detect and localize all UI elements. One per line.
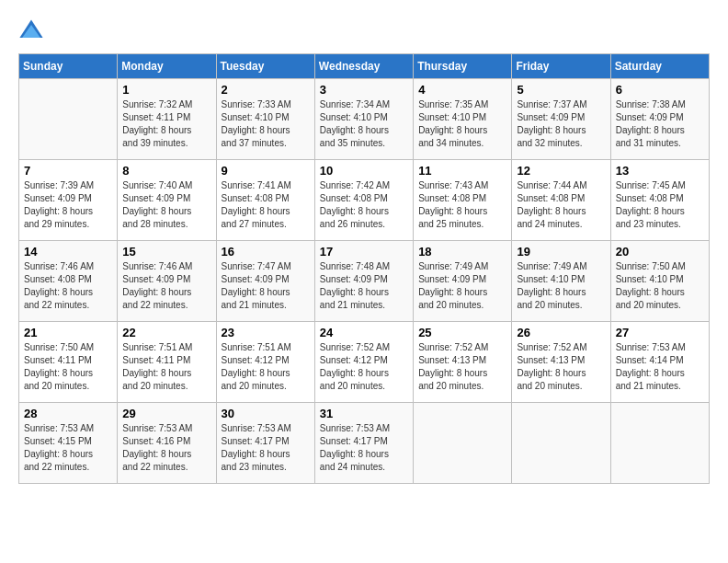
day-number: 12 (517, 164, 605, 178)
day-number: 28 (24, 407, 112, 420)
calendar-cell (610, 403, 709, 484)
calendar-cell: 18Sunrise: 7:49 AMSunset: 4:09 PMDayligh… (414, 241, 512, 322)
day-info: Sunrise: 7:53 AMSunset: 4:16 PMDaylight:… (122, 422, 210, 474)
calendar-week-3: 14Sunrise: 7:46 AMSunset: 4:08 PMDayligh… (19, 241, 710, 322)
day-info: Sunrise: 7:45 AMSunset: 4:08 PMDaylight:… (616, 179, 704, 231)
calendar-cell: 6Sunrise: 7:38 AMSunset: 4:09 PMDaylight… (610, 79, 709, 160)
day-info: Sunrise: 7:39 AMSunset: 4:09 PMDaylight:… (24, 179, 112, 231)
day-info: Sunrise: 7:50 AMSunset: 4:10 PMDaylight:… (616, 260, 704, 312)
day-info: Sunrise: 7:50 AMSunset: 4:11 PMDaylight:… (24, 341, 112, 393)
day-number: 25 (418, 326, 506, 339)
calendar-cell: 4Sunrise: 7:35 AMSunset: 4:10 PMDaylight… (414, 79, 512, 160)
day-info: Sunrise: 7:47 AMSunset: 4:09 PMDaylight:… (222, 260, 310, 312)
logo-icon (18, 18, 44, 44)
day-info: Sunrise: 7:53 AMSunset: 4:15 PMDaylight:… (24, 422, 112, 474)
col-header-wednesday: Wednesday (314, 54, 413, 79)
col-header-friday: Friday (512, 54, 610, 79)
col-header-saturday: Saturday (610, 54, 709, 79)
calendar-cell: 24Sunrise: 7:52 AMSunset: 4:12 PMDayligh… (314, 322, 413, 403)
day-number: 7 (24, 164, 112, 178)
day-info: Sunrise: 7:40 AMSunset: 4:09 PMDaylight:… (122, 179, 210, 231)
calendar-cell: 27Sunrise: 7:53 AMSunset: 4:14 PMDayligh… (610, 322, 709, 403)
day-number: 30 (222, 407, 310, 420)
calendar-cell: 19Sunrise: 7:49 AMSunset: 4:10 PMDayligh… (512, 241, 610, 322)
calendar-cell: 16Sunrise: 7:47 AMSunset: 4:09 PMDayligh… (216, 241, 314, 322)
col-header-sunday: Sunday (19, 54, 118, 79)
col-header-thursday: Thursday (414, 54, 512, 79)
day-number: 29 (122, 407, 210, 420)
day-number: 21 (24, 326, 112, 339)
day-number: 14 (24, 245, 112, 259)
day-info: Sunrise: 7:34 AMSunset: 4:10 PMDaylight:… (320, 98, 408, 150)
col-header-tuesday: Tuesday (216, 54, 314, 79)
day-number: 26 (517, 326, 605, 339)
day-number: 13 (616, 164, 704, 178)
day-number: 19 (517, 245, 605, 259)
day-number: 18 (418, 245, 506, 259)
day-number: 3 (320, 83, 408, 97)
day-info: Sunrise: 7:53 AMSunset: 4:17 PMDaylight:… (320, 422, 408, 474)
day-info: Sunrise: 7:51 AMSunset: 4:12 PMDaylight:… (222, 341, 310, 393)
calendar-cell: 10Sunrise: 7:42 AMSunset: 4:08 PMDayligh… (314, 160, 413, 241)
calendar-cell: 2Sunrise: 7:33 AMSunset: 4:10 PMDaylight… (216, 79, 314, 160)
day-number: 20 (616, 245, 704, 259)
day-number: 31 (320, 407, 408, 420)
day-number: 24 (320, 326, 408, 339)
calendar-cell: 9Sunrise: 7:41 AMSunset: 4:08 PMDaylight… (216, 160, 314, 241)
calendar-cell: 30Sunrise: 7:53 AMSunset: 4:17 PMDayligh… (216, 403, 314, 484)
day-info: Sunrise: 7:37 AMSunset: 4:09 PMDaylight:… (517, 98, 605, 150)
calendar-week-4: 21Sunrise: 7:50 AMSunset: 4:11 PMDayligh… (19, 322, 710, 403)
day-number: 17 (320, 245, 408, 259)
calendar-cell: 12Sunrise: 7:44 AMSunset: 4:08 PMDayligh… (512, 160, 610, 241)
day-number: 6 (616, 83, 704, 97)
calendar-cell: 28Sunrise: 7:53 AMSunset: 4:15 PMDayligh… (19, 403, 118, 484)
day-number: 5 (517, 83, 605, 97)
day-info: Sunrise: 7:52 AMSunset: 4:13 PMDaylight:… (517, 341, 605, 393)
day-info: Sunrise: 7:53 AMSunset: 4:14 PMDaylight:… (616, 341, 704, 393)
day-info: Sunrise: 7:38 AMSunset: 4:09 PMDaylight:… (616, 98, 704, 150)
day-number: 15 (122, 245, 210, 259)
calendar-cell: 3Sunrise: 7:34 AMSunset: 4:10 PMDaylight… (314, 79, 413, 160)
calendar-cell: 15Sunrise: 7:46 AMSunset: 4:09 PMDayligh… (118, 241, 216, 322)
day-number: 9 (222, 164, 310, 178)
day-info: Sunrise: 7:33 AMSunset: 4:10 PMDaylight:… (222, 98, 310, 150)
day-info: Sunrise: 7:52 AMSunset: 4:13 PMDaylight:… (418, 341, 506, 393)
calendar-week-5: 28Sunrise: 7:53 AMSunset: 4:15 PMDayligh… (19, 403, 710, 484)
calendar-cell: 17Sunrise: 7:48 AMSunset: 4:09 PMDayligh… (314, 241, 413, 322)
day-info: Sunrise: 7:35 AMSunset: 4:10 PMDaylight:… (418, 98, 506, 150)
day-info: Sunrise: 7:43 AMSunset: 4:08 PMDaylight:… (418, 179, 506, 231)
day-info: Sunrise: 7:49 AMSunset: 4:09 PMDaylight:… (418, 260, 506, 312)
calendar-cell: 31Sunrise: 7:53 AMSunset: 4:17 PMDayligh… (314, 403, 413, 484)
calendar-cell: 5Sunrise: 7:37 AMSunset: 4:09 PMDaylight… (512, 79, 610, 160)
calendar-cell (414, 403, 512, 484)
calendar-week-2: 7Sunrise: 7:39 AMSunset: 4:09 PMDaylight… (19, 160, 710, 241)
calendar-cell: 13Sunrise: 7:45 AMSunset: 4:08 PMDayligh… (610, 160, 709, 241)
day-number: 11 (418, 164, 506, 178)
day-number: 4 (418, 83, 506, 97)
calendar-cell: 23Sunrise: 7:51 AMSunset: 4:12 PMDayligh… (216, 322, 314, 403)
calendar-cell: 8Sunrise: 7:40 AMSunset: 4:09 PMDaylight… (118, 160, 216, 241)
calendar-cell: 22Sunrise: 7:51 AMSunset: 4:11 PMDayligh… (118, 322, 216, 403)
calendar-cell (19, 79, 118, 160)
day-number: 2 (222, 83, 310, 97)
calendar-week-1: 1Sunrise: 7:32 AMSunset: 4:11 PMDaylight… (19, 79, 710, 160)
day-info: Sunrise: 7:52 AMSunset: 4:12 PMDaylight:… (320, 341, 408, 393)
calendar-cell: 14Sunrise: 7:46 AMSunset: 4:08 PMDayligh… (19, 241, 118, 322)
day-number: 23 (222, 326, 310, 339)
day-number: 22 (122, 326, 210, 339)
calendar-cell: 29Sunrise: 7:53 AMSunset: 4:16 PMDayligh… (118, 403, 216, 484)
calendar-cell: 21Sunrise: 7:50 AMSunset: 4:11 PMDayligh… (19, 322, 118, 403)
day-number: 16 (222, 245, 310, 259)
calendar-cell (512, 403, 610, 484)
day-info: Sunrise: 7:53 AMSunset: 4:17 PMDaylight:… (222, 422, 310, 474)
day-info: Sunrise: 7:41 AMSunset: 4:08 PMDaylight:… (222, 179, 310, 231)
day-info: Sunrise: 7:42 AMSunset: 4:08 PMDaylight:… (320, 179, 408, 231)
day-info: Sunrise: 7:44 AMSunset: 4:08 PMDaylight:… (517, 179, 605, 231)
col-header-monday: Monday (118, 54, 216, 79)
calendar-cell: 1Sunrise: 7:32 AMSunset: 4:11 PMDaylight… (118, 79, 216, 160)
day-number: 8 (122, 164, 210, 178)
day-info: Sunrise: 7:32 AMSunset: 4:11 PMDaylight:… (122, 98, 210, 150)
calendar-cell: 11Sunrise: 7:43 AMSunset: 4:08 PMDayligh… (414, 160, 512, 241)
day-number: 10 (320, 164, 408, 178)
calendar-cell: 26Sunrise: 7:52 AMSunset: 4:13 PMDayligh… (512, 322, 610, 403)
